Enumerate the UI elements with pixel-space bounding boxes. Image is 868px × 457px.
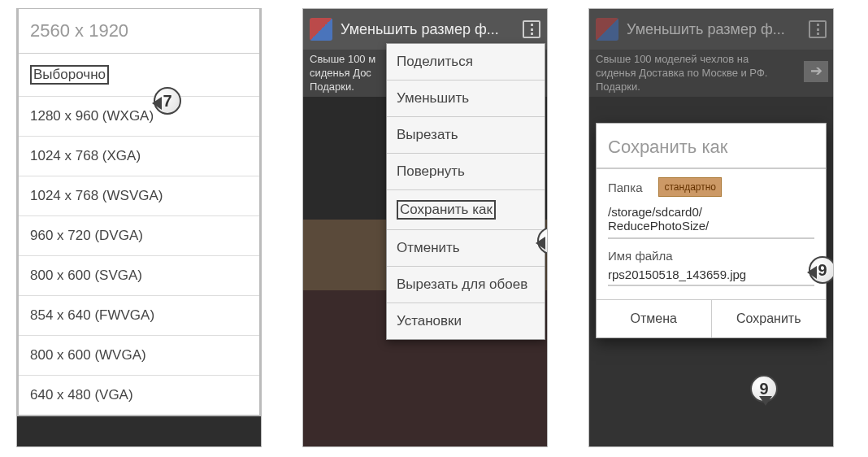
size-list-title: 2560 x 1920 [19,9,259,54]
menu-label: Отменить [397,240,460,255]
filename-label: Имя файла [608,249,814,263]
folder-label: Папка [608,181,642,194]
dialog-title: Сохранить как [597,124,826,169]
menu-label: Повернуть [397,163,465,179]
menu-label: Вырезать для обоев [397,276,527,292]
menu-save-as[interactable]: Сохранить как [387,190,545,230]
save-button[interactable]: Сохранить [712,300,827,337]
callout-7: 7 [154,87,181,115]
menu-label: Уменьшить [397,90,469,106]
folder-path[interactable]: /storage/sdcard0/ ReducePhotoSize/ [608,203,814,239]
folder-default-button[interactable]: стандартно [658,177,722,197]
menu-label: Установки [397,313,462,329]
cancel-button[interactable]: Отмена [597,300,712,337]
size-option-label: 1024 x 768 (WSVGA) [30,188,163,203]
dialog-body: Папка стандартно /storage/sdcard0/ Reduc… [597,169,826,291]
size-option[interactable]: 800 x 600 (SVGA) [19,256,259,296]
screen-1-size-chooser: 2560 x 1920 Выборочно 1280 x 960 (WXGA) … [16,8,262,447]
menu-reduce[interactable]: Уменьшить [387,81,545,117]
menu-rotate[interactable]: Повернуть [387,154,545,190]
menu-settings[interactable]: Установки [387,303,545,339]
size-option-label: 640 x 480 (VGA) [30,387,133,403]
callout-9-top: 9 [809,256,834,284]
size-option[interactable]: 800 x 600 (WVGA) [19,336,259,376]
menu-wallpaper-crop[interactable]: Вырезать для обоев [387,267,545,303]
filename-input[interactable]: rps20150518_143659.jpg [608,264,814,286]
context-menu: Поделиться Уменьшить Вырезать Повернуть … [386,43,545,340]
size-option[interactable]: 640 x 480 (VGA) [19,376,259,415]
menu-label: Вырезать [397,127,458,142]
dialog-button-row: Отмена Сохранить [597,299,826,337]
size-option-label: Выборочно [30,65,109,85]
menu-share[interactable]: Поделиться [387,44,545,81]
menu-label: Поделиться [397,54,473,69]
size-option-label: 1280 x 960 (WXGA) [30,108,154,124]
size-option-custom[interactable]: Выборочно [19,54,259,97]
size-option-label: 1024 x 768 (XGA) [30,148,141,163]
size-option-label: 960 x 720 (DVGA) [30,228,143,243]
menu-cancel[interactable]: Отменить [387,230,545,267]
size-option[interactable]: 960 x 720 (DVGA) [19,216,259,256]
size-option-label: 800 x 600 (SVGA) [30,268,142,283]
menu-label: Сохранить как [397,200,496,220]
screen-2-context-menu: Уменьшить размер ф... Свыше 100 м сидень… [302,8,548,447]
save-as-dialog: Сохранить как Папка стандартно /storage/… [596,123,827,338]
size-list-panel: 2560 x 1920 Выборочно 1280 x 960 (WXGA) … [17,9,261,416]
size-option[interactable]: 854 x 640 (FWVGA) [19,296,259,336]
size-option-label: 800 x 600 (WVGA) [30,347,146,363]
app-title: Уменьшить размер ф... [341,21,523,38]
menu-crop[interactable]: Вырезать [387,117,545,154]
size-option[interactable]: 1024 x 768 (WSVGA) [19,176,259,216]
size-option[interactable]: 1024 x 768 (XGA) [19,137,259,176]
callout-9-bottom: 9 [750,375,778,403]
size-option[interactable]: 1280 x 960 (WXGA) [19,97,259,137]
app-icon [310,18,332,41]
screen-3-save-dialog: Уменьшить размер ф... Свыше 100 моделей … [588,8,834,447]
size-option-label: 854 x 640 (FWVGA) [30,307,154,323]
overflow-menu-icon[interactable] [523,20,540,38]
